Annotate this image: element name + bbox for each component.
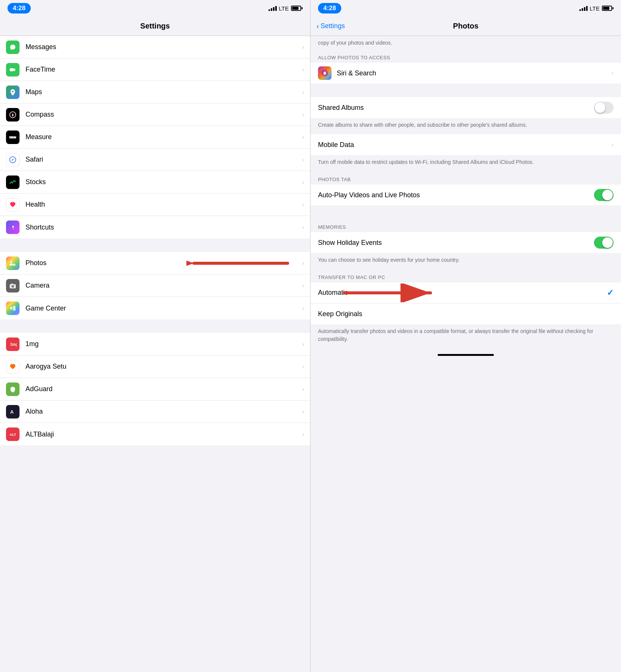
svg-rect-8 — [12, 136, 13, 137]
right-status-bar: 4:28 LTE — [310, 0, 621, 16]
svg-rect-2 — [10, 68, 14, 71]
show-holiday-label: Show Holiday Events — [318, 239, 594, 247]
settings-item-maps[interactable]: Maps › — [0, 81, 310, 104]
svg-point-27 — [10, 307, 13, 310]
measure-chevron: › — [302, 134, 304, 141]
back-label: Settings — [321, 22, 345, 30]
health-label: Health — [26, 201, 299, 208]
left-time: 4:28 — [8, 3, 31, 14]
stocks-icon — [6, 176, 20, 189]
gamecenter-chevron: › — [302, 305, 304, 312]
aloha-chevron: › — [302, 408, 304, 415]
1mg-chevron: › — [302, 341, 304, 348]
automatic-label: Automatic — [318, 289, 607, 297]
memories-group: Show Holiday Events — [310, 232, 621, 253]
settings-item-1mg[interactable]: 1mg 1mg › — [0, 333, 310, 356]
1mg-label: 1mg — [26, 340, 299, 348]
photos-icon — [6, 256, 20, 270]
gamecenter-label: Game Center — [26, 304, 299, 312]
settings-item-aarogya[interactable]: Aarogya Setu › — [0, 356, 310, 378]
messages-chevron: › — [302, 44, 304, 51]
aarogya-label: Aarogya Setu — [26, 363, 299, 370]
settings-item-messages[interactable]: Messages › — [0, 36, 310, 58]
messages-label: Messages — [26, 43, 299, 51]
settings-item-altbalaji[interactable]: ALT ALTBalaji › — [0, 423, 310, 446]
aloha-icon: A — [6, 405, 20, 418]
photos-chevron: › — [302, 260, 304, 267]
svg-text:1mg: 1mg — [10, 342, 17, 346]
maps-label: Maps — [26, 88, 299, 96]
back-chevron-icon: ‹ — [316, 22, 319, 30]
allow-photos-header: ALLOW PHOTOS TO ACCESS — [310, 50, 621, 63]
settings-item-shortcuts[interactable]: Shortcuts › — [0, 216, 310, 238]
svg-rect-10 — [15, 136, 16, 137]
gamecenter-icon — [6, 302, 20, 315]
left-battery-icon — [291, 6, 303, 11]
settings-item-aloha[interactable]: A Aloha › — [0, 400, 310, 423]
camera-icon — [6, 279, 20, 292]
mobile-data-item[interactable]: Mobile Data › — [310, 134, 621, 155]
health-chevron: › — [302, 201, 304, 208]
facetime-icon — [6, 63, 20, 76]
health-icon — [6, 198, 20, 212]
shared-albums-toggle[interactable] — [594, 102, 614, 114]
maps-icon — [6, 86, 20, 99]
autoplay-label: Auto-Play Videos and Live Photos — [318, 191, 594, 199]
right-status-right: LTE — [579, 5, 614, 12]
mobile-data-label: Mobile Data — [318, 141, 612, 149]
automatic-item[interactable]: Automatic ✓ — [310, 282, 621, 303]
safari-icon — [6, 153, 20, 166]
settings-group-1: Messages › FaceTime › Maps › — [0, 36, 310, 238]
svg-point-19 — [10, 261, 12, 262]
settings-item-photos[interactable]: Photos › — [0, 252, 310, 274]
settings-list: Messages › FaceTime › Maps › — [0, 36, 310, 672]
photos-label: Photos — [26, 259, 299, 267]
adguard-label: AdGuard — [26, 385, 299, 393]
mobile-data-group: Mobile Data › — [310, 134, 621, 155]
safari-label: Safari — [26, 156, 299, 164]
left-nav-header: Settings — [0, 16, 310, 36]
settings-item-facetime[interactable]: FaceTime › — [0, 58, 310, 81]
automatic-checkmark: ✓ — [607, 288, 614, 298]
home-indicator — [310, 348, 621, 361]
facetime-label: FaceTime — [26, 66, 299, 74]
siri-icon — [318, 66, 332, 80]
show-holiday-toggle[interactable] — [594, 237, 614, 249]
settings-item-compass[interactable]: Compass › — [0, 104, 310, 126]
autoplay-toggle[interactable] — [594, 189, 614, 201]
camera-chevron: › — [302, 282, 304, 289]
svg-rect-9 — [14, 136, 14, 138]
right-signal-icon — [579, 6, 588, 11]
shared-albums-desc: Create albums to share with other people… — [310, 118, 621, 134]
left-status-right: LTE — [268, 5, 303, 12]
keep-originals-desc: Automatically transfer photos and videos… — [310, 324, 621, 348]
settings-item-measure[interactable]: Measure › — [0, 126, 310, 148]
svg-text:A: A — [10, 409, 14, 415]
autoplay-group: Auto-Play Videos and Live Photos — [310, 184, 621, 206]
settings-item-safari[interactable]: Safari › — [0, 148, 310, 171]
settings-item-gamecenter[interactable]: Game Center › — [0, 297, 310, 320]
right-lte-label: LTE — [590, 5, 600, 12]
right-content: copy of your photos and videos. ALLOW PH… — [310, 36, 621, 672]
camera-label: Camera — [26, 282, 299, 290]
settings-item-stocks[interactable]: Stocks › — [0, 171, 310, 194]
siri-search-item[interactable]: Siri & Search › — [310, 63, 621, 84]
siri-search-label: Siri & Search — [337, 69, 612, 77]
left-nav-title: Settings — [140, 22, 170, 30]
settings-item-adguard[interactable]: AdGuard › — [0, 378, 310, 400]
settings-item-camera[interactable]: Camera › — [0, 274, 310, 297]
photos-tab-header: PHOTOS TAB — [310, 171, 621, 184]
shared-albums-label: Shared Albums — [318, 104, 594, 112]
top-text: copy of your photos and videos. — [310, 36, 621, 50]
compass-chevron: › — [302, 111, 304, 118]
keep-originals-item[interactable]: Keep Originals — [310, 303, 621, 324]
shared-albums-item: Shared Albums — [310, 97, 621, 118]
right-nav-header: ‹ Settings Photos — [310, 16, 621, 36]
measure-icon — [6, 130, 20, 144]
svg-point-28 — [13, 306, 16, 309]
back-button[interactable]: ‹ Settings — [316, 22, 345, 30]
adguard-icon — [6, 382, 20, 396]
transfer-header: TRANSFER TO MAC OR PC — [310, 269, 621, 282]
settings-item-health[interactable]: Health › — [0, 194, 310, 216]
autoplay-item: Auto-Play Videos and Live Photos — [310, 184, 621, 206]
